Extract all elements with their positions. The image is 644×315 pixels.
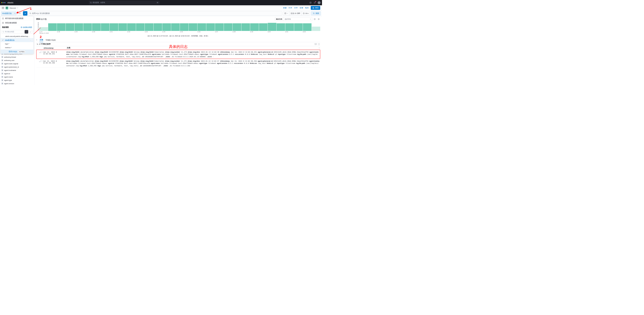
data-view-chevron[interactable] [13,11,17,15]
header-icons: E [309,1,321,4]
kql-input[interactable]: 使用 KQL 语法筛选数据 [28,11,282,15]
open-button[interactable]: 打开 [289,7,292,9]
histogram-bar[interactable] [189,23,197,31]
field-item[interactable]: kagent.id [0,72,34,75]
filter-icon-button[interactable] [18,11,22,15]
data-view-item[interactable]: K8s容器日志↵ [1,38,34,42]
new-button[interactable]: 新建 [283,7,286,9]
field-item[interactable]: kagent.hostname [0,69,34,72]
histogram-bar[interactable] [92,23,101,31]
field-name: agent.hostname [4,69,16,71]
refresh-interval[interactable]: 10 s [302,11,310,15]
breakdown-field[interactable]: 选择字段 [284,17,312,21]
settings-icon[interactable] [317,18,320,21]
save-button[interactable]: 保存 [311,6,320,10]
histogram-bar[interactable] [206,23,215,31]
histogram-bar[interactable] [259,23,268,31]
histogram-bar[interactable] [127,23,136,31]
histogram-bar[interactable] [303,23,312,31]
tab-field-stats[interactable]: 字段统计信息 [45,38,56,42]
histogram-bar[interactable] [312,27,320,31]
histogram-bar[interactable] [171,23,180,31]
create-data-view[interactable]: 创建数据视图 [21,26,32,28]
histogram-bar[interactable] [198,23,206,31]
histogram-bar[interactable] [268,23,276,31]
user-avatar[interactable]: E [318,1,321,4]
hits-label: 命中数 [41,18,47,20]
field-item[interactable]: kagent.ephemeral_id [0,65,34,69]
histogram[interactable]: 3530252015105 11:4711:4811:4911:5011:511… [36,22,320,37]
space-badge[interactable]: 默 [6,6,8,9]
histogram-bar[interactable] [294,23,303,31]
histogram-bar[interactable] [66,23,74,31]
histogram-bar[interactable] [233,23,241,31]
sort-asc-button[interactable]: ↑↓ [25,30,28,33]
histogram-bar[interactable] [39,27,48,31]
refresh-button[interactable]: 刷新 [311,11,321,15]
sort-desc-button[interactable]: ↓↑ [29,30,32,33]
th-timestamp[interactable]: @timestamp [43,47,66,49]
field-item[interactable]: kagent.type [0,79,34,82]
histogram-bar[interactable] [285,23,294,31]
chevron-down-icon[interactable] [319,47,320,48]
data-view-item[interactable]: logs-* [1,42,34,46]
histogram-bar[interactable] [154,23,162,31]
field-item[interactable]: kagent.version [0,82,34,85]
histogram-bar[interactable] [48,23,57,31]
field-item[interactable]: kactivemq.thread [0,55,34,59]
histogram-bar[interactable] [101,23,110,31]
histogram-bar[interactable] [215,23,224,31]
expand-row[interactable]: ⤢ [36,60,40,67]
sort-icon [37,43,38,45]
histogram-bar[interactable] [250,23,259,31]
keyboard-icon[interactable] [315,43,317,45]
chart-options-icon[interactable] [313,18,316,21]
svg-point-4 [30,12,31,14]
add-field-icon [2,17,4,19]
field-item[interactable]: kagent.name [0,75,34,79]
histogram-bar[interactable] [74,23,83,31]
svg-point-12 [3,31,4,32]
query-bar: K8s容器日志 使用 KQL 语法筛选数据 过去 15 分钟 10 s 刷新 1 [0,10,322,16]
data-view-item[interactable]: metrics-* [1,46,34,49]
time-picker[interactable]: 过去 15 分钟 10 s [283,11,310,15]
histogram-bar[interactable] [136,23,144,31]
time-range-label[interactable]: 过去 15 分钟 [289,11,302,15]
global-search-input[interactable]: 查找应用、内容等。 ⌘/ [89,1,160,4]
add-field-row[interactable]: 将字段添加到此数据视图 [1,16,34,21]
menu-icon[interactable] [2,7,4,9]
histogram-bar[interactable] [276,23,285,31]
histogram-bar[interactable] [145,23,154,31]
field-item[interactable]: kactivemq.user [0,59,34,62]
histogram-bar[interactable] [241,23,250,31]
help-icon[interactable] [309,1,312,4]
inspect-button[interactable]: 检查 [305,7,308,9]
field-item[interactable]: kagent.build.original [0,62,34,65]
app-name-label: Discover [10,7,16,9]
th-document[interactable]: 文档 [66,47,70,49]
histogram-bar[interactable] [118,23,127,31]
histogram-bar[interactable] [224,23,232,31]
add-filter-button[interactable] [23,11,28,15]
app-switcher[interactable]: Discover [10,7,18,9]
data-view-item[interactable]: .alerts-security.alerts-default,ap… [1,34,34,38]
histogram-bar[interactable] [180,23,188,31]
data-view-search-input[interactable]: 查找数据视图 [2,30,24,33]
share-button[interactable]: 共享 [294,7,298,9]
fullscreen-icon[interactable] [318,43,320,45]
histogram-bar[interactable] [83,23,92,31]
collapse-chevron-icon[interactable]: « [36,39,37,41]
calendar-button[interactable] [283,11,290,15]
data-view-button[interactable]: K8s容器日志 [1,11,13,15]
histogram-bar[interactable] [57,23,66,31]
histogram-bar[interactable] [162,23,171,31]
manage-row[interactable]: 管理此数据视图 [1,21,34,25]
alert-button[interactable]: 告警 [300,7,303,9]
esql-bar[interactable]: 尝试 ES|QL 技术预览 [1,49,34,54]
expand-row[interactable]: ⤢ [36,51,40,58]
field-type-icon: k [1,76,3,78]
breakdown-select[interactable]: 细分方式 选择字段 [275,17,312,21]
news-icon[interactable] [314,1,316,4]
field-name: activemq.user [4,59,14,61]
histogram-bar[interactable] [110,23,118,31]
